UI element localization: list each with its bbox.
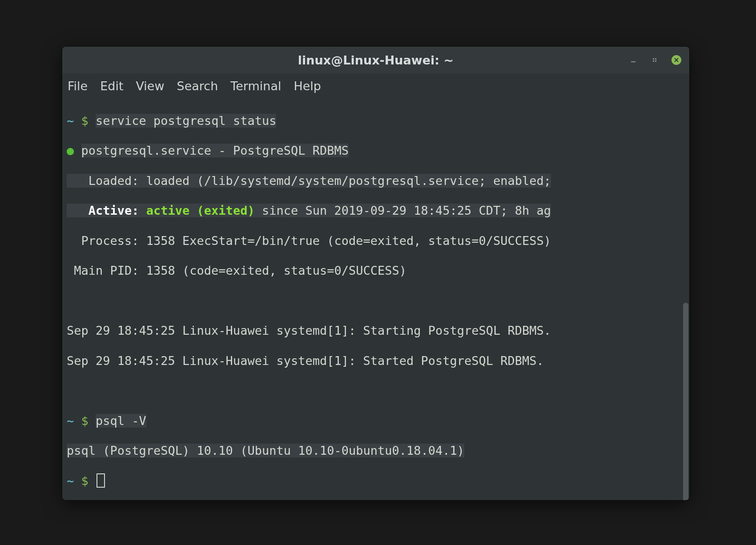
status-dot-icon: ● xyxy=(67,144,74,157)
svg-rect-2 xyxy=(655,58,656,60)
service-process: Process: 1358 ExecStart=/bin/true (code=… xyxy=(67,234,551,248)
active-label: Active: xyxy=(67,204,146,217)
log-line-2: Sep 29 18:45:25 Linux-Huawei systemd[1]:… xyxy=(67,354,544,368)
log-line-1: Sep 29 18:45:25 Linux-Huawei systemd[1]:… xyxy=(67,324,551,337)
version-prefix: psql xyxy=(67,444,103,457)
service-mainpid: Main PID: 1358 (code=exited, status=0/SU… xyxy=(67,264,406,277)
scrollbar[interactable] xyxy=(683,303,688,500)
titlebar: linux@Linux-Huawei: ~ xyxy=(62,47,689,73)
prompt-path: ~ xyxy=(67,474,74,488)
prompt-sigil: $ xyxy=(81,114,88,128)
prompt-sigil: $ xyxy=(81,474,88,488)
prompt-path: ~ xyxy=(67,414,74,428)
svg-rect-1 xyxy=(653,58,654,60)
active-value: active (exited) xyxy=(146,204,255,217)
svg-rect-4 xyxy=(655,60,656,62)
command-2: psql -V xyxy=(96,414,146,428)
menu-terminal[interactable]: Terminal xyxy=(230,79,281,93)
prompt-sigil: $ xyxy=(81,414,88,428)
menu-help[interactable]: Help xyxy=(294,79,321,93)
version-rest: (PostgreSQL) 10.10 (Ubuntu 10.10-0ubuntu… xyxy=(103,444,464,457)
maximize-icon[interactable] xyxy=(650,56,659,64)
command-1: service postgresql status xyxy=(96,114,276,128)
menu-edit[interactable]: Edit xyxy=(100,79,123,93)
menubar: File Edit View Search Terminal Help xyxy=(62,73,689,98)
close-icon[interactable] xyxy=(672,55,681,65)
minimize-icon[interactable] xyxy=(629,56,638,64)
window-title: linux@Linux-Huawei: ~ xyxy=(298,53,454,67)
svg-rect-0 xyxy=(631,61,635,62)
window-controls xyxy=(629,47,681,73)
service-header: postgresql.service - PostgreSQL RDBMS xyxy=(81,144,349,157)
terminal-window: linux@Linux-Huawei: ~ File Edit View Sea… xyxy=(62,47,689,500)
active-rest: since Sun 2019-09-29 18:45:25 CDT; 8h ag xyxy=(255,204,551,217)
terminal-content[interactable]: ~ $ service postgresql status ● postgres… xyxy=(62,98,689,500)
svg-rect-3 xyxy=(653,60,654,62)
menu-search[interactable]: Search xyxy=(177,79,218,93)
cursor-icon xyxy=(97,473,105,488)
menu-file[interactable]: File xyxy=(68,79,88,93)
menu-view[interactable]: View xyxy=(136,79,164,93)
service-loaded: Loaded: loaded (/lib/systemd/system/post… xyxy=(67,174,551,188)
prompt-path: ~ xyxy=(67,114,74,128)
